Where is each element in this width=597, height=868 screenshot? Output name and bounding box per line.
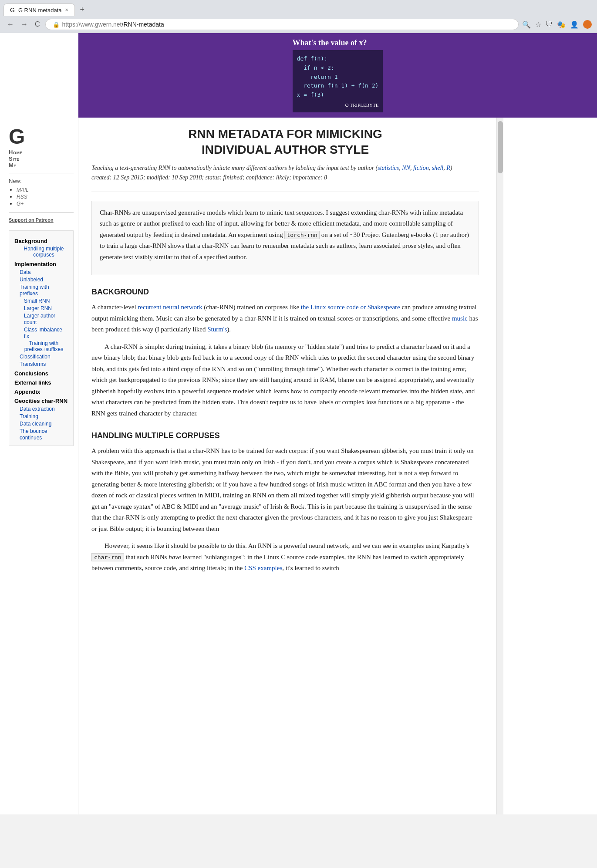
toc-section-background: Background xyxy=(14,238,68,244)
toc-link-data-cleaning[interactable]: Data cleaning xyxy=(20,421,51,427)
meta-link-shell[interactable]: shell xyxy=(432,165,443,171)
toc-item-classification: Classification xyxy=(14,353,68,360)
active-tab[interactable]: G G RNN metadata × xyxy=(3,3,75,16)
back-button[interactable]: ← xyxy=(5,20,16,29)
toc-item-larger-rnn: Larger RNN xyxy=(14,304,68,312)
ad-question: What's the value of x? xyxy=(293,38,383,47)
code-char-rnn: char-rnn xyxy=(91,553,124,561)
toc-link-small-rnn[interactable]: Small RNN xyxy=(24,298,50,304)
new-items-list: MAIL RSS G+ xyxy=(9,186,74,207)
article-divider xyxy=(91,192,479,192)
profile-icon[interactable] xyxy=(583,20,592,29)
abstract-text: Char-RNNs are unsupervised generative mo… xyxy=(100,207,471,263)
toc-link-training-prefixes-suffixes[interactable]: Training withprefixes+suffixes xyxy=(20,340,68,352)
tab-close-button[interactable]: × xyxy=(65,7,68,13)
toc-link-bounce-continues[interactable]: The bounce continues xyxy=(20,428,47,441)
background-paragraph-2: A char-RNN is simple: during training, i… xyxy=(91,341,479,419)
section-header-handling-multiple-corpuses: HANDLING MULTIPLE CORPUSES xyxy=(91,431,479,440)
article-title: RNN METADATA FOR MIMICKING INDIVIDUAL AU… xyxy=(91,126,479,158)
toc-item-unlabeled: Unlabeled xyxy=(14,276,68,283)
toc-section-conclusions: Conclusions xyxy=(14,370,68,377)
new-item-gplus[interactable]: G+ xyxy=(17,201,24,207)
patreon-support-link[interactable]: Support on Patreon xyxy=(9,217,74,223)
toc-link-data[interactable]: Data xyxy=(20,269,30,275)
meta-link-statistics[interactable]: statistics xyxy=(378,165,399,171)
nav-site[interactable]: Site xyxy=(9,155,74,162)
toc-section-external-links: External links xyxy=(14,379,68,386)
toc-link-training[interactable]: Training xyxy=(20,413,38,419)
browser-toolbar: 🔍 ☆ 🛡 🎭 👤 xyxy=(522,20,592,29)
toc-item-training-geo: Training xyxy=(14,412,68,420)
toc-link-classification[interactable]: Classification xyxy=(20,354,51,360)
abstract-box: Char-RNNs are unsupervised generative mo… xyxy=(91,201,479,276)
link-music[interactable]: music xyxy=(452,315,468,322)
handling-paragraph-2: However, it seems like it should be poss… xyxy=(91,540,479,574)
toc-item-class-imbalance: Class imbalance fix xyxy=(14,326,68,340)
sidebar-divider-2 xyxy=(9,212,74,213)
toc-link-training-prefixes[interactable]: Training with prefixes xyxy=(20,284,49,297)
bookmark-icon[interactable]: ☆ xyxy=(535,20,541,29)
toc-section-appendix: Appendix xyxy=(14,388,68,395)
main-nav: Home Site Me xyxy=(9,149,74,169)
search-icon[interactable]: 🔍 xyxy=(522,20,531,29)
tab-bar: G G RNN metadata × + xyxy=(0,3,597,16)
toc-item-small-rnn: Small RNN xyxy=(14,297,68,304)
meta-link-r[interactable]: R xyxy=(446,165,450,171)
account-icon[interactable]: 👤 xyxy=(570,20,579,29)
ad-content: What's the value of x? def f(n): if n < … xyxy=(293,38,383,112)
url-text: https://www.gwern.net/RNN-metadata xyxy=(62,21,164,28)
scrollbar[interactable] xyxy=(496,118,503,814)
link-rnn[interactable]: recurrent neural network xyxy=(138,304,202,311)
scrollbar-thumb[interactable] xyxy=(498,121,503,173)
address-bar: ← → C 🔒 https://www.gwern.net/RNN-metada… xyxy=(0,16,597,33)
url-path: /RNN-metadata xyxy=(122,21,164,28)
browser-chrome: G G RNN metadata × + ← → C 🔒 https://www… xyxy=(0,0,597,33)
toc-link-class-imbalance[interactable]: Class imbalance fix xyxy=(24,327,62,339)
toc-link-handling-multiple-corpuses[interactable]: Handling multiplecorpuses xyxy=(20,246,68,258)
link-css-examples[interactable]: CSS examples xyxy=(244,564,282,571)
article-meta: Teaching a text-generating RNN to automa… xyxy=(91,163,479,183)
toc-item: Handling multiplecorpuses xyxy=(14,245,68,258)
table-of-contents: Background Handling multiplecorpuses Imp… xyxy=(9,230,74,446)
nav-home[interactable]: Home xyxy=(9,149,74,155)
new-item-rss[interactable]: RSS xyxy=(17,194,27,200)
new-item-mail[interactable]: MAIL xyxy=(17,187,29,193)
site-logo: G xyxy=(9,126,74,147)
nav-me[interactable]: Me xyxy=(9,162,74,169)
toc-section-implementation: Implementation xyxy=(14,261,68,267)
forward-button[interactable]: → xyxy=(19,20,30,29)
background-paragraph-1: A character-level recurrent neural netwo… xyxy=(91,302,479,335)
toc-item-data-cleaning: Data cleaning xyxy=(14,420,68,427)
left-sidebar: G Home Site Me New: MAIL RSS G+ Support … xyxy=(0,118,78,814)
toc-link-larger-rnn[interactable]: Larger RNN xyxy=(24,305,52,311)
url-prefix: https://www.gwern.net xyxy=(62,21,122,28)
meta-link-nn[interactable]: NN xyxy=(402,165,410,171)
page-wrapper: What's the value of x? def f(n): if n < … xyxy=(0,33,597,814)
security-lock-icon: 🔒 xyxy=(53,21,60,28)
link-linux-source[interactable]: the Linux source code or Shakespeare xyxy=(301,304,400,311)
new-tab-button[interactable]: + xyxy=(77,3,88,16)
toc-link-transforms[interactable]: Transforms xyxy=(20,361,46,367)
toc-link-unlabeled[interactable]: Unlabeled xyxy=(20,277,43,283)
toc-item-data: Data xyxy=(14,268,68,276)
toc-section-geocities: Geocities char-RNN xyxy=(14,398,68,404)
toc-link-data-extraction[interactable]: Data extraction xyxy=(20,406,55,412)
tab-title: G RNN metadata xyxy=(18,7,62,14)
link-sturm[interactable]: Sturm's xyxy=(207,326,227,333)
url-input[interactable]: 🔒 https://www.gwern.net/RNN-metadata xyxy=(45,19,519,30)
toc-item-larger-author-count: Larger author count xyxy=(14,312,68,326)
refresh-button[interactable]: C xyxy=(33,20,42,29)
toc-item-training-prefixes: Training with prefixes xyxy=(14,283,68,297)
toc-link-larger-author-count[interactable]: Larger author count xyxy=(24,313,55,325)
extension-icon[interactable]: 🎭 xyxy=(557,20,566,29)
ad-brand: ⊙ TRIPLEBYTE xyxy=(297,102,379,108)
new-label: New: xyxy=(9,178,74,184)
toc-item-bounce-continues: The bounce continues xyxy=(14,427,68,441)
section-header-background: BACKGROUND xyxy=(91,287,479,297)
shield-icon[interactable]: 🛡 xyxy=(546,20,553,28)
meta-link-fiction[interactable]: fiction xyxy=(413,165,429,171)
ad-code-block: def f(n): if n < 2: return 1 return f(n-… xyxy=(297,54,379,100)
handling-paragraph-1: A problem with this approach is that a c… xyxy=(91,446,479,534)
ad-banner[interactable]: What's the value of x? def f(n): if n < … xyxy=(78,33,597,118)
toc-item-training-prefixes-suffixes: Training withprefixes+suffixes xyxy=(14,340,68,353)
